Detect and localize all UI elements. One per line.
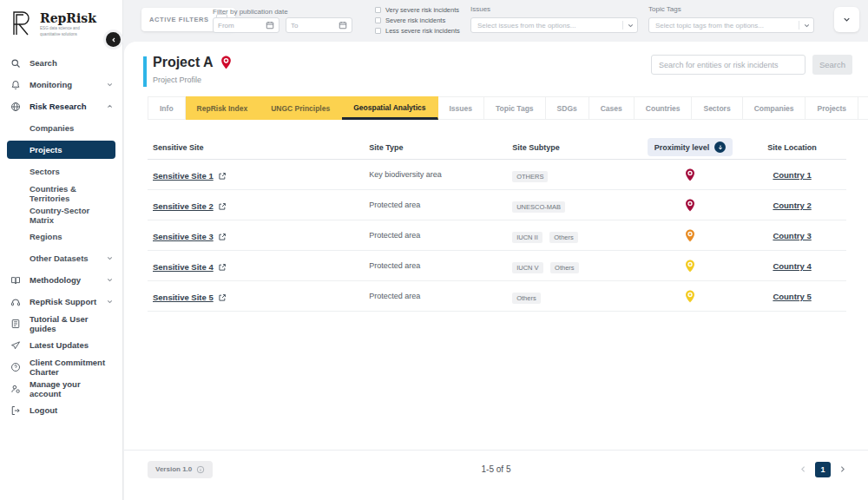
col-header-site-type: Site Type <box>369 143 512 152</box>
entity-search: Search <box>651 55 852 75</box>
subtype-chip: IUCN V <box>512 262 542 273</box>
country-link[interactable]: Country 2 <box>773 201 811 210</box>
chevron-down-icon <box>106 81 114 89</box>
globe-icon <box>10 102 24 112</box>
sidebar-item-countries-territories[interactable]: Countries & Territories <box>0 182 122 204</box>
sort-descending-icon[interactable] <box>714 141 726 153</box>
topic-tags-select[interactable]: Select topic tags from the options... <box>648 17 814 33</box>
site-subtype-cell: OTHERS <box>512 167 642 182</box>
date-from-field[interactable] <box>213 17 279 33</box>
subtype-chip: Others <box>549 232 578 243</box>
search-icon <box>10 58 24 69</box>
proximity-pin-icon <box>685 260 695 273</box>
calendar-icon[interactable] <box>339 21 347 30</box>
sidebar-item-reprisk-support[interactable]: RepRisk Support <box>0 291 122 312</box>
table-row: Sensitive Site 1 Key biodiversity area O… <box>148 160 846 190</box>
sensitive-site-link[interactable]: Sensitive Site 1 <box>153 171 227 181</box>
topic-tags-label: Topic Tags <box>648 5 681 13</box>
site-subtype-cell: Others <box>512 288 642 304</box>
sidebar-nav: Search Monitoring Risk Research Companie… <box>0 52 122 421</box>
table-header-row: Sensitive Site Site Type Site Subtype Pr… <box>148 135 846 160</box>
country-link[interactable]: Country 4 <box>773 261 811 271</box>
tab-geospatial-analytics[interactable]: Geospatial Analytics <box>342 96 437 120</box>
table-row: Sensitive Site 3 Protected area IUCN II … <box>148 220 846 251</box>
severity-option-less-severe: Less severe risk incidents <box>375 27 460 35</box>
logo-subtitle: ESG data science and quantitative soluti… <box>40 26 96 36</box>
sidebar-item-sectors[interactable]: Sectors <box>0 161 122 182</box>
sidebar-item-search[interactable]: Search <box>0 52 122 74</box>
entity-search-button[interactable]: Search <box>812 55 852 75</box>
tab-sectors[interactable]: Sectors <box>692 96 742 120</box>
chevron-up-icon <box>106 102 114 110</box>
question-icon <box>10 362 24 372</box>
filterbar-collapse-button[interactable] <box>834 7 859 32</box>
issues-label: Issues <box>470 5 490 13</box>
tab-companies[interactable]: Companies <box>743 96 806 120</box>
project-profile-card: Project A Project Profile Search Info Re… <box>124 42 868 500</box>
sidebar-item-monitoring[interactable]: Monitoring <box>0 74 122 95</box>
tab-topic-tags[interactable]: Topic Tags <box>484 96 546 120</box>
table-row: Sensitive Site 4 Protected area IUCN V O… <box>148 251 846 281</box>
tab-ngos[interactable]: NGOs <box>858 96 868 120</box>
external-link-icon <box>218 293 227 302</box>
tab-cases[interactable]: Cases <box>589 96 635 120</box>
sidebar-item-tutorial-user-guides[interactable]: Tutorial & User guides <box>0 312 122 334</box>
sidebar: RepRisk ESG data science and quantitativ… <box>0 0 123 500</box>
site-type-cell: Protected area <box>369 261 512 270</box>
sensitive-sites-table: Sensitive Site Site Type Site Subtype Pr… <box>148 135 846 312</box>
tab-reprisk-index[interactable]: RepRisk Index <box>186 96 260 120</box>
tab-countries[interactable]: Countries <box>635 96 693 120</box>
proximity-pin-icon <box>685 290 695 303</box>
issues-select[interactable]: Select issues from the options... <box>470 17 638 33</box>
severity-option-severe: Severe risk incidents <box>375 16 445 24</box>
sidebar-item-risk-research[interactable]: Risk Research <box>0 95 122 117</box>
date-to-field[interactable] <box>286 17 352 33</box>
logo: RepRisk ESG data science and quantitativ… <box>0 0 122 42</box>
sensitive-site-link[interactable]: Sensitive Site 3 <box>153 232 227 241</box>
tab-sdgs[interactable]: SDGs <box>546 96 589 120</box>
headset-icon <box>10 297 24 307</box>
location-pin-icon <box>220 56 232 69</box>
sensitive-site-link[interactable]: Sensitive Site 2 <box>153 201 227 211</box>
sidebar-item-logout[interactable]: Logout <box>0 399 122 421</box>
sidebar-item-regions[interactable]: Regions <box>0 226 122 247</box>
site-subtype-cell: UNESCO-MAB <box>512 197 642 213</box>
sidebar-item-country-sector-matrix[interactable]: Country-Sector Matrix <box>0 204 122 226</box>
country-link[interactable]: Country 5 <box>773 292 811 301</box>
sidebar-item-client-commitment-charter[interactable]: Client Commitment Charter <box>0 356 122 378</box>
sensitive-site-link[interactable]: Sensitive Site 4 <box>153 262 227 272</box>
megaphone-icon <box>10 340 24 351</box>
entity-search-input[interactable] <box>651 55 806 75</box>
col-header-site-location: Site Location <box>738 143 846 152</box>
very-severe-checkbox[interactable] <box>375 7 381 13</box>
sidebar-item-other-datasets[interactable]: Other Datasets <box>0 247 122 269</box>
sidebar-item-latest-updates[interactable]: Latest Updates <box>0 334 122 356</box>
country-link[interactable]: Country 3 <box>773 231 811 240</box>
tab-info[interactable]: Info <box>148 96 186 120</box>
sidebar-item-projects-selected[interactable]: Projects <box>7 141 115 159</box>
tab-ungc-principles[interactable]: UNGC Principles <box>260 96 342 120</box>
site-type-cell: Protected area <box>369 231 512 240</box>
proximity-pin-icon <box>685 229 695 242</box>
pagination-range: 1-5 of 5 <box>124 464 868 474</box>
sidebar-item-methodology[interactable]: Methodology <box>0 269 122 291</box>
tab-issues[interactable]: Issues <box>438 96 484 120</box>
severe-checkbox[interactable] <box>375 17 381 23</box>
severity-option-very-severe: Very severe risk incidents <box>375 6 459 14</box>
country-link[interactable]: Country 1 <box>773 170 811 180</box>
calendar-icon[interactable] <box>266 21 274 30</box>
sidebar-item-companies[interactable]: Companies <box>0 117 122 139</box>
subtype-chip: Others <box>512 293 541 304</box>
col-header-proximity-level[interactable]: Proximity level <box>648 138 733 156</box>
logo-title: RepRisk <box>40 12 96 25</box>
subtype-chip: OTHERS <box>512 171 548 182</box>
sensitive-site-link[interactable]: Sensitive Site 5 <box>153 293 227 302</box>
sidebar-collapse-button[interactable] <box>106 32 121 47</box>
sidebar-item-manage-account[interactable]: Manage your account <box>0 378 122 399</box>
tab-projects[interactable]: Projects <box>806 96 858 120</box>
date-to-input[interactable] <box>291 22 339 30</box>
logout-icon <box>10 405 24 416</box>
less-severe-checkbox[interactable] <box>375 28 381 34</box>
subtype-chip: IUCN II <box>512 232 542 243</box>
date-from-input[interactable] <box>218 22 266 30</box>
